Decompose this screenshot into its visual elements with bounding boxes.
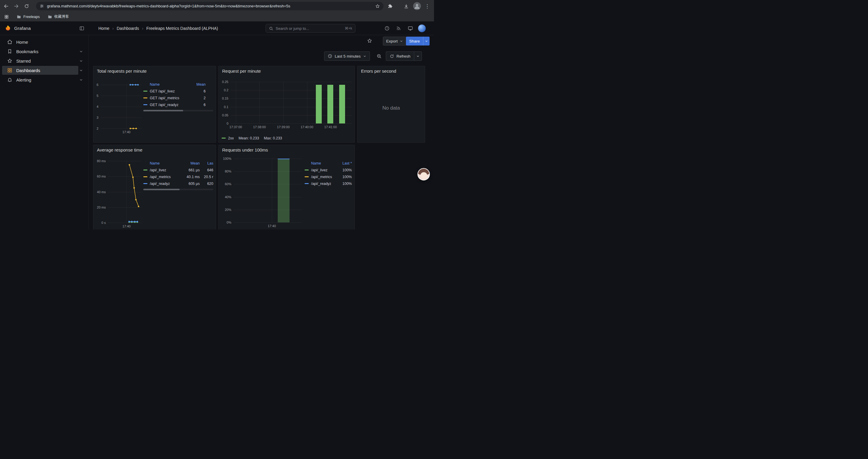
legend-label: GET /api/_metrics — [150, 96, 179, 100]
breadcrumb-current[interactable]: Freeleaps Metrics Dashboard (ALPHA) — [146, 26, 218, 31]
series-color-marker — [143, 169, 148, 171]
search-input[interactable] — [276, 26, 342, 31]
sidebar-item-starred[interactable]: Starred — [2, 57, 78, 65]
legend-scrollbar[interactable] — [143, 110, 213, 111]
grafana-header: Grafana Home › Dashboards › Freeleaps Me… — [0, 22, 434, 35]
sidebar-item-alerting[interactable]: Alerting — [2, 75, 78, 84]
help-icon[interactable]: ? — [384, 26, 390, 31]
legend-inline[interactable]: 2xxMean: 0.233Max: 0.233 — [222, 135, 351, 141]
browser-profile-avatar[interactable] — [413, 2, 421, 10]
sidebar-item-label: Home — [16, 40, 28, 44]
legend-scrollbar-thumb[interactable] — [143, 110, 183, 111]
browser-menu-icon[interactable]: ⋮ — [425, 4, 430, 8]
chevron-down-icon[interactable] — [79, 50, 83, 54]
legend-row[interactable]: GET /api/_readyz6 — [143, 101, 213, 108]
legend-column-header[interactable]: Mean — [181, 161, 200, 165]
sidebar-item-dashboards[interactable]: Dashboards — [2, 66, 78, 75]
legend-scrollbar-thumb[interactable] — [143, 189, 180, 190]
legend-column-header[interactable]: Name — [143, 83, 188, 87]
chevron-down-icon[interactable] — [79, 59, 83, 63]
chevron-down-icon[interactable] — [79, 68, 83, 72]
extensions-icon[interactable] — [388, 4, 393, 8]
legend-header: NameMean — [143, 81, 213, 88]
star-icon — [7, 58, 12, 64]
grafana-logo-icon[interactable] — [4, 25, 12, 32]
legend-row[interactable]: /api/_livez661 µs646 — [143, 167, 213, 173]
panel-title[interactable]: Average response time — [97, 147, 143, 153]
dock-sidebar-icon[interactable] — [79, 26, 85, 31]
sidebar-item-label: Alerting — [16, 77, 31, 83]
breadcrumb-home[interactable]: Home — [98, 26, 109, 31]
legend-column-header[interactable]: Name — [143, 161, 181, 165]
bookmark-folder-blogs[interactable]: 收藏博客 — [48, 14, 69, 19]
y-gridline — [234, 159, 302, 159]
folder-icon — [48, 14, 52, 19]
clock-icon — [328, 54, 332, 59]
panel-title[interactable]: Total requests per minute — [97, 68, 147, 73]
share-label[interactable]: Share — [406, 37, 423, 45]
y-gridline — [231, 124, 352, 124]
legend-value: 40.1 ms — [181, 175, 200, 179]
reload-icon[interactable] — [24, 4, 29, 8]
legend-row[interactable]: GET /api/_metrics2 — [143, 95, 213, 101]
series-color-marker — [143, 97, 148, 99]
sidebar-item-home[interactable]: Home — [2, 37, 78, 46]
legend-row[interactable]: /api/_readyz100% — [305, 180, 352, 187]
user-avatar[interactable] — [418, 25, 426, 32]
legend-row[interactable]: /api/_livez100% — [305, 167, 352, 173]
y-axis-label: 0.1 — [224, 105, 228, 109]
panel-title[interactable]: Request per minute — [222, 68, 261, 73]
refresh-button[interactable]: Refresh — [386, 52, 422, 61]
y-axis-label: 40% — [225, 195, 231, 199]
search-shortcut: ⌘+k — [345, 26, 352, 30]
chevron-down-icon[interactable] — [79, 78, 83, 82]
series-point — [136, 221, 138, 222]
apps-grid-icon[interactable] — [4, 14, 9, 19]
chart-bar — [316, 85, 322, 124]
legend-row[interactable]: /api/_metrics40.1 ms20.5 r — [143, 173, 213, 180]
favorite-star-icon[interactable] — [367, 38, 372, 43]
downloads-icon[interactable] — [404, 4, 409, 9]
back-icon[interactable] — [4, 4, 9, 9]
series-point — [128, 221, 130, 222]
y-axis-label: 3 — [97, 116, 98, 119]
assistant-avatar[interactable] — [417, 168, 430, 181]
y-axis-label: 0.2 — [224, 88, 228, 92]
refresh-interval-chevron-icon[interactable] — [414, 52, 422, 61]
sidebar-item-label: Starred — [16, 59, 31, 64]
legend-label: GET /api/_livez — [150, 89, 175, 93]
legend-row[interactable]: /api/_metrics100% — [305, 173, 352, 180]
zoom-out-icon[interactable] — [376, 54, 382, 59]
bookmark-folder-freeleaps[interactable]: Freeleaps — [17, 14, 40, 19]
export-button[interactable]: Export — [383, 37, 406, 45]
time-range-picker[interactable]: Last 5 minutes — [324, 52, 370, 61]
y-axis-label: 0 — [226, 122, 228, 125]
legend-label: /api/_livez — [311, 168, 328, 172]
legend-column-header[interactable]: Last * — [335, 161, 352, 165]
legend-series-name: /api/_readyz — [143, 182, 181, 186]
address-bar[interactable]: grafana.mathmast.com/d/deytv4rwavabkb/fr… — [36, 2, 383, 10]
news-feed-icon[interactable] — [396, 26, 401, 31]
legend-column-header[interactable]: Mean — [188, 83, 206, 87]
site-info-icon[interactable] — [39, 4, 44, 8]
panel-title[interactable]: Errors per second — [361, 68, 396, 73]
search-box[interactable]: ⌘+k — [266, 24, 355, 33]
legend-value: 605 µs — [181, 182, 200, 186]
legend-column-header[interactable]: Las — [200, 161, 213, 165]
bookmark-star-icon[interactable] — [375, 4, 380, 8]
legend-row[interactable]: GET /api/_livez6 — [143, 88, 213, 95]
share-button[interactable]: Share — [406, 37, 430, 45]
url-text[interactable]: grafana.mathmast.com/d/deytv4rwavabkb/fr… — [47, 4, 372, 8]
forward-icon[interactable] — [13, 4, 19, 9]
kiosk-mode-icon[interactable] — [408, 26, 413, 31]
refresh-main[interactable]: Refresh — [386, 52, 414, 61]
time-range-label: Last 5 minutes — [335, 54, 361, 59]
legend-row[interactable]: /api/_readyz605 µs620 — [143, 180, 213, 187]
breadcrumb-dashboards[interactable]: Dashboards — [117, 26, 139, 31]
panel-title[interactable]: Requests under 100ms — [222, 147, 268, 153]
chart-legend: NameMeanLas/api/_livez661 µs646/api/_met… — [143, 160, 213, 190]
sidebar-item-bookmarks[interactable]: Bookmarks — [2, 47, 78, 56]
legend-column-header[interactable]: Name — [305, 161, 335, 165]
share-menu-chevron-icon[interactable] — [423, 37, 430, 45]
legend-scrollbar[interactable] — [143, 189, 213, 190]
